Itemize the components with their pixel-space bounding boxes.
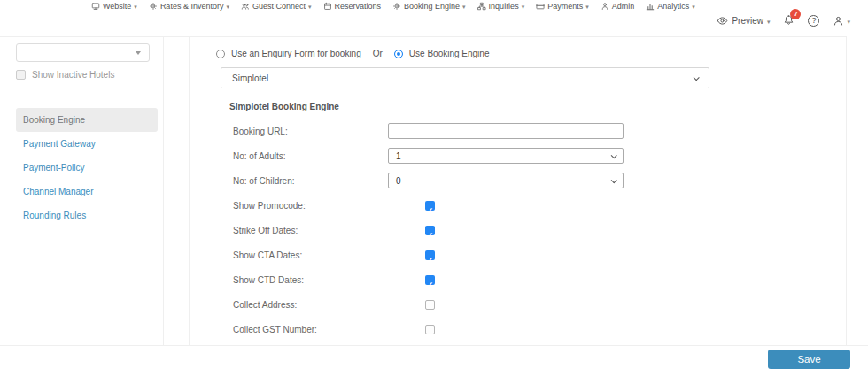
sidebar-item-label: Payment-Policy: [23, 163, 84, 173]
or-label: Or: [373, 49, 383, 58]
main-panel: Use an Enquiry Form for booking Or Use B…: [189, 37, 847, 345]
show-promocode-checkbox[interactable]: [425, 201, 435, 211]
show-inactive-hotels: Show Inactive Hotels: [16, 70, 114, 80]
chevron-down-icon: [522, 2, 525, 11]
chevron-down-icon: [308, 2, 312, 11]
enquiry-form-radio[interactable]: [216, 50, 225, 58]
field-label: No: of Children:: [233, 176, 388, 186]
booking-engine-radio[interactable]: [394, 50, 403, 58]
nav-item-label: Booking Engine: [404, 2, 460, 11]
nav-item-admin[interactable]: Admin: [601, 2, 635, 11]
preview-label: Preview: [732, 16, 763, 26]
nav-item-website[interactable]: Website: [91, 2, 137, 11]
chevron-down-icon: [694, 74, 700, 81]
nav-item-label: Inquiries: [489, 2, 519, 11]
enquiry-form-radio-label: Use an Enquiry Form for booking: [231, 49, 361, 58]
nav-item-label: Payments: [547, 2, 583, 11]
gear-icon: [392, 2, 401, 11]
nav-item-booking-engine[interactable]: Booking Engine: [392, 2, 466, 11]
help-button[interactable]: [808, 15, 819, 27]
chevron-down-icon: [611, 177, 617, 183]
monitor-icon: [91, 2, 100, 11]
booking-engine-select-value: Simplotel: [232, 73, 268, 83]
form-row-collect-gst: Collect GST Number:: [233, 317, 624, 342]
sidebar-item-rounding-rules[interactable]: Rounding Rules: [16, 204, 158, 227]
field-label: Show CTA Dates:: [233, 250, 388, 260]
chevron-down-icon: [136, 51, 141, 55]
field-label: Booking URL:: [233, 127, 388, 136]
form-row-show-ctd-dates: Show CTD Dates:: [233, 267, 624, 292]
adults-select[interactable]: 1: [388, 148, 624, 164]
sidebar-item-booking-engine[interactable]: Booking Engine: [16, 108, 158, 132]
show-inactive-checkbox[interactable]: [16, 70, 26, 80]
header-actions: Preview 7: [717, 14, 850, 27]
children-select-value: 0: [396, 176, 401, 186]
booking-engine-radio-label: Use Booking Engine: [409, 49, 490, 58]
adults-select-value: 1: [396, 151, 401, 161]
sidebar: Show Inactive Hotels Booking Engine Paym…: [0, 37, 164, 345]
sidebar-item-label: Channel Manager: [23, 187, 94, 196]
sidebar-item-payment-policy[interactable]: Payment-Policy: [16, 156, 158, 180]
top-navigation: Website Rates & Inventory Guest Connect …: [91, 0, 695, 12]
sitemap-icon: [477, 2, 486, 11]
eye-icon: [717, 15, 728, 27]
notification-badge: 7: [790, 9, 801, 19]
sidebar-item-label: Rounding Rules: [23, 211, 86, 220]
sidebar-item-label: Payment Gateway: [23, 139, 96, 149]
chevron-down-icon: [692, 2, 695, 11]
nav-item-payments[interactable]: Payments: [536, 2, 589, 11]
gear-icon: [149, 2, 158, 11]
field-label: Collect Address:: [233, 300, 388, 310]
show-ctd-dates-checkbox[interactable]: [425, 275, 435, 285]
user-icon: [833, 15, 844, 27]
chevron-down-icon: [585, 2, 589, 11]
form-row-strike-off-dates: Strike Off Dates:: [233, 218, 624, 242]
nav-item-reservations[interactable]: Reservations: [323, 2, 382, 11]
chevron-down-icon: [134, 2, 137, 11]
section-title: Simplotel Booking Engine: [229, 102, 339, 111]
sidebar-item-payment-gateway[interactable]: Payment Gateway: [16, 132, 158, 156]
children-select[interactable]: 0: [388, 173, 624, 188]
notifications-button[interactable]: 7: [783, 14, 794, 27]
form-row-children: No: of Children: 0: [233, 168, 624, 193]
collect-gst-checkbox[interactable]: [425, 325, 435, 334]
form-row-adults: No: of Adults: 1: [233, 143, 624, 168]
chevron-down-icon: [226, 2, 229, 11]
strike-off-dates-checkbox[interactable]: [425, 226, 435, 235]
sidebar-menu: Booking Engine Payment Gateway Payment-P…: [16, 108, 158, 227]
chart-icon: [646, 2, 655, 11]
form-row-booking-url: Booking URL:: [233, 119, 624, 143]
nav-item-analytics[interactable]: Analytics: [646, 2, 695, 11]
nav-item-guest-connect[interactable]: Guest Connect: [241, 2, 312, 11]
nav-item-label: Website: [103, 2, 131, 11]
nav-item-label: Reservations: [335, 2, 382, 11]
chevron-down-icon: [767, 16, 771, 26]
content-bottom-divider: [0, 345, 868, 346]
person-icon: [601, 2, 609, 11]
booking-url-input[interactable]: [388, 123, 624, 139]
chevron-down-icon: [462, 2, 466, 11]
field-label: Strike Off Dates:: [233, 226, 388, 235]
nav-item-inquiries[interactable]: Inquiries: [477, 2, 525, 11]
nav-item-rates-inventory[interactable]: Rates & Inventory: [149, 2, 229, 11]
calendar-icon: [323, 2, 332, 11]
hotel-select[interactable]: [16, 43, 150, 62]
nav-item-label: Guest Connect: [252, 2, 306, 11]
people-icon: [241, 2, 250, 11]
show-cta-dates-checkbox[interactable]: [425, 250, 435, 260]
save-button[interactable]: Save: [768, 350, 850, 369]
user-menu[interactable]: [833, 15, 850, 27]
nav-item-label: Analytics: [657, 2, 689, 11]
nav-item-label: Rates & Inventory: [160, 2, 224, 11]
collect-address-checkbox[interactable]: [425, 300, 435, 310]
sidebar-item-channel-manager[interactable]: Channel Manager: [16, 180, 158, 204]
booking-engine-form: Booking URL: No: of Adults: 1 No: of Chi…: [233, 119, 624, 342]
preview-dropdown[interactable]: Preview: [717, 15, 770, 27]
booking-engine-select[interactable]: Simplotel: [221, 67, 709, 88]
chevron-down-icon: [847, 16, 850, 26]
field-label: No: of Adults:: [233, 151, 388, 161]
chevron-down-icon: [611, 152, 617, 158]
field-label: Show Promocode:: [233, 201, 388, 211]
card-icon: [536, 2, 545, 11]
form-row-show-promocode: Show Promocode:: [233, 193, 624, 218]
